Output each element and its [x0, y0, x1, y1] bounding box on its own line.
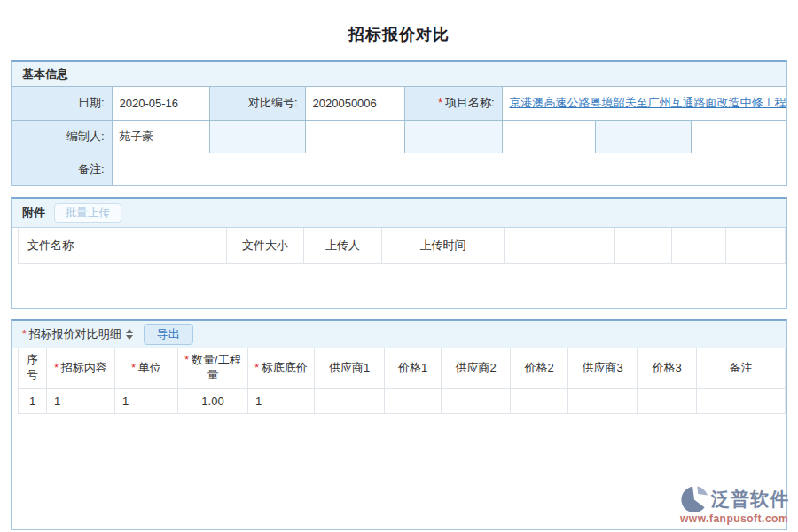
required-asterisk: * [131, 362, 136, 374]
basic-info-row-2: 编制人: 苑子豪 [12, 120, 786, 153]
cell-quantity: 1.00 [178, 388, 248, 413]
remark-value [112, 153, 786, 185]
date-value: 2020-05-16 [112, 87, 209, 120]
basic-info-title: 基本信息 [22, 66, 68, 82]
cell-content: 1 [47, 388, 115, 413]
vendor-brand-text: 泛普软件 [711, 487, 789, 512]
vendor-brand-row: 泛普软件 [680, 485, 789, 513]
attach-col-empty [672, 228, 726, 263]
required-asterisk: * [438, 97, 442, 109]
basic-info-row-1: 日期: 2020-05-16 对比编号: 2020050006 *项目名称: 京… [12, 87, 786, 120]
detail-col-price3: 价格3 [638, 348, 697, 388]
attach-col-uploadtime: 上传时间 [382, 228, 505, 263]
detail-data-row: 1 1 1 1.00 1 [19, 388, 786, 413]
cell-unit: 1 [115, 388, 178, 413]
detail-section: * 招标报价对比明细 导出 序号 *招标内容 *单位 *数量/工程量 *标底底价… [11, 319, 787, 530]
attachments-header-row: 文件名称 文件大小 上传人 上传时间 [19, 228, 786, 263]
compare-no-value: 2020050006 [305, 87, 404, 120]
cell-price3 [638, 388, 697, 413]
vendor-url: www.fanpusoft.com [680, 512, 789, 525]
basic-info-row-3: 备注: [12, 153, 786, 185]
batch-upload-button[interactable]: 批量上传 [54, 203, 121, 223]
detail-col-remark: 备注 [697, 348, 786, 388]
basic-info-table: 日期: 2020-05-16 对比编号: 2020050006 *项目名称: 京… [12, 87, 786, 185]
project-name-label: *项目名称: [404, 87, 502, 120]
detail-title: 招标报价对比明细 [29, 326, 121, 342]
date-label: 日期: [12, 87, 112, 120]
cell-baseprice: 1 [248, 388, 315, 413]
cell-supplier1 [315, 388, 385, 413]
detail-section-header: * 招标报价对比明细 导出 [12, 321, 786, 348]
basic-info-section-header: 基本信息 [12, 62, 786, 87]
required-asterisk: * [22, 328, 27, 340]
project-name-link[interactable]: 京港澳高速公路粤境韶关至广州互通路面改造中修工程 [510, 96, 786, 109]
detail-col-content: *招标内容 [47, 348, 115, 388]
attach-col-filesize: 文件大小 [227, 228, 304, 263]
project-name-cell: 京港澳高速公路粤境韶关至广州互通路面改造中修工程 [502, 87, 786, 120]
detail-col-seq: 序号 [19, 348, 47, 388]
cell-supplier2 [442, 388, 511, 413]
detail-col-unit: *单位 [115, 348, 178, 388]
empty-cell [502, 120, 595, 153]
cell-remark [697, 388, 786, 413]
empty-cell [691, 120, 786, 153]
cell-seq: 1 [19, 388, 47, 413]
preparer-label: 编制人: [12, 120, 112, 153]
compare-no-label: 对比编号: [209, 87, 305, 120]
attachments-section-header: 附件 批量上传 [12, 199, 786, 228]
preparer-value: 苑子豪 [112, 120, 209, 153]
empty-cell [305, 120, 404, 153]
basic-info-section: 基本信息 日期: 2020-05-16 对比编号: 2020050006 *项目… [11, 60, 787, 186]
detail-table: 序号 *招标内容 *单位 *数量/工程量 *标底底价 供应商1 价格1 供应商2… [18, 348, 786, 414]
detail-col-price1: 价格1 [385, 348, 442, 388]
empty-cell [404, 120, 502, 153]
cell-supplier3 [568, 388, 638, 413]
export-button[interactable]: 导出 [144, 324, 193, 345]
detail-col-baseprice: *标底底价 [248, 348, 315, 388]
attach-col-filename: 文件名称 [19, 228, 227, 263]
empty-cell [595, 120, 691, 153]
bid-price-comparison-page: 招标报价对比 基本信息 日期: 2020-05-16 对比编号: 2020050… [0, 0, 798, 532]
vendor-watermark: 泛普软件 www.fanpusoft.com [680, 485, 789, 525]
cell-price1 [385, 388, 442, 413]
cell-price2 [511, 388, 568, 413]
detail-header-row: 序号 *招标内容 *单位 *数量/工程量 *标底底价 供应商1 价格1 供应商2… [19, 348, 786, 388]
attach-col-uploader: 上传人 [304, 228, 382, 263]
required-asterisk: * [184, 354, 189, 366]
attachments-table: 文件名称 文件大小 上传人 上传时间 [18, 228, 786, 264]
attach-col-empty [726, 228, 786, 263]
required-asterisk: * [254, 362, 259, 374]
detail-col-quantity: *数量/工程量 [178, 348, 248, 388]
attachments-title: 附件 [22, 205, 45, 221]
detail-col-supplier2: 供应商2 [442, 348, 511, 388]
fanpu-logo-icon [680, 485, 708, 513]
attach-col-empty [615, 228, 672, 263]
empty-cell [209, 120, 305, 153]
detail-col-supplier3: 供应商3 [568, 348, 638, 388]
detail-col-supplier1: 供应商1 [315, 348, 385, 388]
attach-col-empty [505, 228, 559, 263]
detail-col-price2: 价格2 [511, 348, 568, 388]
required-asterisk: * [54, 362, 59, 374]
attach-col-empty [559, 228, 615, 263]
remark-label: 备注: [12, 153, 112, 185]
page-title: 招标报价对比 [0, 0, 798, 60]
sort-toggle-icon[interactable] [126, 329, 133, 340]
attachments-section: 附件 批量上传 文件名称 文件大小 上传人 上传时间 [11, 197, 787, 309]
